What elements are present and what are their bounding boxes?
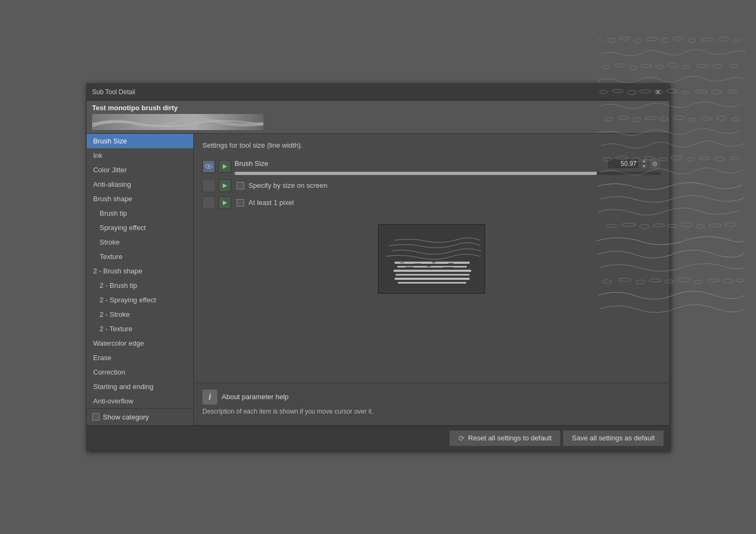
svg-point-19 [661, 38, 669, 42]
specify-screen-row: ▶ Specify by size on screen [202, 179, 661, 192]
svg-point-61 [687, 158, 694, 161]
sidebar-item-brush-tip[interactable]: Brush tip [87, 206, 193, 220]
svg-point-51 [688, 118, 695, 121]
svg-rect-12 [405, 266, 413, 268]
sidebar-item-anti-aliasing[interactable]: Anti-aliasing [87, 177, 193, 192]
show-category-checkbox[interactable] [92, 413, 100, 421]
at-least-1px-row: ▶ At least 1 pixel [202, 196, 661, 209]
specify-screen-checkbox[interactable] [237, 182, 244, 189]
sidebar-item-starting-and-ending[interactable]: Starting and ending [87, 379, 193, 394]
svg-rect-5 [396, 274, 470, 276]
svg-point-29 [655, 65, 664, 68]
sidebar-item-brush-shape[interactable]: Brush shape [87, 192, 193, 206]
svg-point-17 [634, 39, 642, 43]
svg-point-21 [688, 39, 695, 43]
svg-point-1 [208, 165, 210, 167]
close-button[interactable]: ✕ [652, 87, 664, 97]
param-spinner: ▲ ▼ [640, 158, 648, 169]
sidebar-item-watercolor-edge[interactable]: Watercolor edge [87, 336, 193, 350]
sidebar-item-brush-tip-2[interactable]: 2 - Brush tip [87, 278, 193, 293]
svg-rect-9 [415, 263, 421, 264]
svg-point-64 [730, 157, 739, 160]
param-name: Brush Size [235, 159, 268, 167]
svg-point-60 [671, 156, 683, 160]
svg-point-85 [603, 41, 604, 42]
sidebar-item-brush-shape-2[interactable]: 2 - Brush shape [87, 264, 193, 278]
sidebar-item-anti-overflow[interactable]: Anti-overflow [87, 394, 193, 408]
sidebar-item-correction[interactable]: Correction [87, 365, 193, 379]
sidebar-item-brush-size[interactable]: Brush Size [87, 134, 193, 148]
svg-rect-7 [398, 282, 466, 284]
sidebar-item-spraying-effect-2[interactable]: 2 - Spraying effect [87, 293, 193, 307]
sidebar-item-spraying-effect[interactable]: Spraying effect [87, 220, 193, 235]
brush-size-param-block: Brush Size ▲ ▼ ⊘ [235, 158, 661, 175]
svg-point-33 [713, 64, 722, 68]
help-title: About parameter help [222, 393, 289, 401]
help-description: Description of each item is shown if you… [202, 408, 661, 415]
sidebar-item-stroke[interactable]: Stroke [87, 235, 193, 249]
empty-icon-btn-1[interactable] [202, 179, 215, 192]
svg-point-53 [716, 116, 726, 120]
svg-rect-6 [395, 278, 470, 280]
help-header: i About parameter help [202, 390, 661, 405]
svg-rect-13 [427, 266, 431, 267]
reset-icon: ⟳ [458, 434, 465, 443]
spin-up-btn[interactable]: ▲ [640, 158, 648, 164]
show-category-label: Show category [103, 413, 149, 421]
svg-rect-11 [448, 263, 453, 264]
eye-icon-btn[interactable] [202, 160, 215, 173]
svg-point-83 [736, 279, 744, 282]
sidebar-item-erase[interactable]: Erase [87, 350, 193, 365]
svg-rect-10 [432, 262, 435, 263]
play-icon-btn-2[interactable]: ▶ [218, 179, 231, 192]
sidebar-item-texture[interactable]: Texture [87, 249, 193, 264]
svg-point-81 [707, 279, 720, 282]
sidebar: Brush Size Ink Color Jitter Anti-aliasin… [87, 134, 194, 425]
svg-point-79 [677, 278, 690, 282]
svg-point-82 [723, 279, 734, 283]
svg-point-80 [694, 280, 702, 284]
sidebar-item-stroke-2[interactable]: 2 - Stroke [87, 307, 193, 322]
reset-all-button[interactable]: ⟳ Reset all settings to default [449, 430, 561, 446]
info-icon: i [202, 390, 217, 405]
brush-preview-canvas [378, 224, 485, 294]
play-icon-btn[interactable]: ▶ [218, 160, 231, 173]
play-icon-btn-3[interactable]: ▶ [218, 196, 231, 209]
reset-param-btn[interactable]: ⊘ [649, 158, 661, 170]
svg-point-18 [645, 37, 658, 41]
sidebar-item-ink[interactable]: Ink [87, 148, 193, 163]
svg-point-25 [603, 65, 609, 68]
at-least-1px-checkbox[interactable] [237, 199, 244, 207]
brush-size-slider[interactable] [235, 172, 661, 175]
brush-name: Test monotipo brush dirty [92, 104, 664, 112]
svg-point-28 [640, 64, 652, 67]
svg-point-72 [709, 224, 722, 227]
svg-point-42 [695, 90, 708, 93]
svg-point-31 [683, 65, 690, 68]
svg-point-27 [629, 65, 637, 70]
sidebar-footer: Show category [87, 408, 193, 425]
empty-icon-btn-2[interactable] [202, 196, 215, 209]
svg-point-89 [742, 38, 743, 39]
svg-point-24 [734, 39, 741, 42]
param-name-row: Brush Size ▲ ▼ ⊘ [235, 158, 661, 170]
svg-point-22 [701, 38, 714, 41]
svg-point-86 [598, 53, 599, 55]
settings-panel: Settings for tool size (line width). ▶ B… [194, 134, 669, 383]
svg-point-20 [673, 37, 684, 40]
at-least-1px-label: At least 1 pixel [248, 199, 294, 207]
svg-point-84 [599, 38, 601, 40]
brush-size-input[interactable] [607, 158, 639, 169]
save-all-button[interactable]: Save all settings as default [563, 430, 664, 446]
sidebar-item-color-jitter[interactable]: Color Jitter [87, 163, 193, 177]
spin-down-btn[interactable]: ▼ [640, 164, 648, 169]
sidebar-item-texture-2[interactable]: 2 - Texture [87, 322, 193, 336]
svg-point-62 [699, 157, 710, 160]
svg-point-34 [730, 64, 737, 67]
svg-point-15 [607, 38, 616, 42]
svg-rect-14 [443, 267, 453, 268]
svg-point-23 [719, 37, 729, 41]
brush-size-param-row: ▶ Brush Size ▲ ▼ ⊘ [202, 158, 661, 175]
svg-point-71 [696, 225, 705, 228]
svg-point-87 [601, 66, 602, 67]
